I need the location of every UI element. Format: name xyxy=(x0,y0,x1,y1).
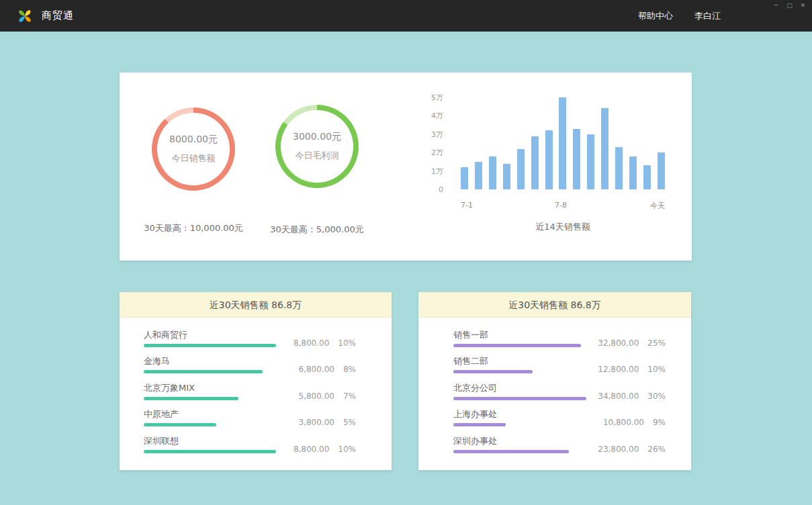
list-item: 上海办事处10,800.009% xyxy=(418,405,691,431)
y-tick-label: 0 xyxy=(439,185,443,194)
bar xyxy=(531,136,539,189)
donut-footer: 30天最高：5,000.00元 xyxy=(236,224,398,236)
bar xyxy=(461,167,468,189)
list-item: 金海马6,800.008% xyxy=(120,352,392,378)
help-center-link[interactable]: 帮助中心 xyxy=(638,10,673,22)
row-figures: 6,800.008% xyxy=(299,365,356,374)
list-item: 北京万象MIX5,800.007% xyxy=(120,379,392,405)
row-progress-bar xyxy=(144,370,263,373)
list-item: 销售一部32,800.0025% xyxy=(418,326,691,352)
titlebar-menu: 帮助中心 李白江 xyxy=(638,10,795,22)
y-tick-label: 2万 xyxy=(431,148,443,158)
row-figures: 34,800.0030% xyxy=(598,392,666,401)
list-item: 北京分公司34,800.0030% xyxy=(418,379,691,405)
panel-rows: 人和商贸行8,800.0010%金海马6,800.008%北京万象MIX5,80… xyxy=(120,318,392,458)
row-progress-bar xyxy=(144,397,238,400)
donut-value: 3000.00元 xyxy=(293,131,341,143)
row-name: 销售二部 xyxy=(453,355,488,367)
y-tick-label: 3万 xyxy=(431,129,443,139)
row-name: 北京分公司 xyxy=(453,382,497,394)
row-progress-bar xyxy=(144,450,276,453)
minimize-button[interactable]: ─ xyxy=(772,1,780,9)
row-figures: 12,800.0010% xyxy=(598,365,666,374)
close-button[interactable]: ✕ xyxy=(799,1,807,9)
row-progress-bar xyxy=(144,423,216,426)
row-progress-bar xyxy=(453,397,586,400)
chart-y-axis: 5万4万3万2万1万0 xyxy=(408,97,443,189)
row-percent: 26% xyxy=(647,445,666,454)
row-percent: 30% xyxy=(647,392,666,401)
row-value: 12,800.00 xyxy=(598,365,639,374)
list-item: 人和商贸行8,800.0010% xyxy=(120,326,392,352)
row-progress-bar xyxy=(453,344,581,347)
row-percent: 10% xyxy=(647,365,666,374)
row-value: 23,800.00 xyxy=(598,445,639,454)
y-tick-label: 1万 xyxy=(431,166,443,176)
donut-center: 3000.00元 今日毛利润 xyxy=(281,110,353,183)
chart-caption: 近14天销售额 xyxy=(461,221,665,233)
row-progress-bar xyxy=(144,344,276,347)
bar xyxy=(573,129,580,189)
row-progress-bar xyxy=(453,370,533,373)
row-value: 10,800.00 xyxy=(603,418,644,427)
row-name: 人和商贸行 xyxy=(144,329,187,341)
row-value: 34,800.00 xyxy=(598,392,639,401)
row-value: 8,800.00 xyxy=(294,445,329,454)
row-percent: 8% xyxy=(343,365,356,374)
donut-value: 8000.00元 xyxy=(169,134,218,146)
row-progress-bar xyxy=(453,423,506,426)
donut-center: 8000.00元 今日销售额 xyxy=(157,113,230,185)
row-name: 深圳办事处 xyxy=(453,435,497,447)
row-figures: 23,800.0026% xyxy=(598,445,666,454)
row-name: 金海马 xyxy=(144,355,170,367)
list-item: 销售二部12,800.0010% xyxy=(418,352,691,378)
list-item: 中原地产3,800.005% xyxy=(120,405,392,431)
row-percent: 25% xyxy=(647,338,666,348)
row-percent: 10% xyxy=(338,445,356,454)
row-percent: 10% xyxy=(338,338,356,348)
donut-label: 今日毛利润 xyxy=(296,150,339,162)
list-item: 深圳办事处23,800.0026% xyxy=(418,432,691,458)
row-name: 销售一部 xyxy=(453,329,488,341)
row-figures: 8,800.0010% xyxy=(294,445,356,454)
row-name: 上海办事处 xyxy=(453,408,497,420)
y-tick-label: 4万 xyxy=(431,111,443,121)
x-axis-label: 今天 xyxy=(650,201,665,211)
x-axis-label: 7-1 xyxy=(461,201,473,210)
bar xyxy=(517,149,525,189)
donut-label: 今日销售额 xyxy=(172,152,216,165)
row-percent: 5% xyxy=(343,418,356,427)
panel-title: 近30天销售额 86.8万 xyxy=(120,292,392,318)
customer-sales-panel: 近30天销售额 86.8万 人和商贸行8,800.0010%金海马6,800.0… xyxy=(120,292,392,470)
bar xyxy=(559,97,566,189)
y-tick-label: 5万 xyxy=(431,93,443,103)
chart-x-axis: 7-1 7-8 今天 xyxy=(461,201,665,210)
row-figures: 8,800.0010% xyxy=(294,338,356,348)
overview-card: 8000.00元 今日销售额 30天最高：10,000.00元 3000.00元… xyxy=(120,73,692,261)
row-value: 5,800.00 xyxy=(299,392,334,401)
panel-rows: 销售一部32,800.0025%销售二部12,800.0010%北京分公司34,… xyxy=(418,318,691,458)
user-menu[interactable]: 李白江 xyxy=(694,10,721,22)
x-axis-label: 7-8 xyxy=(555,201,567,210)
dashboard: 8000.00元 今日销售额 30天最高：10,000.00元 3000.00元… xyxy=(0,32,812,505)
row-percent: 7% xyxy=(343,392,356,401)
bar xyxy=(587,134,594,189)
bar xyxy=(629,156,637,189)
list-item: 深圳联想8,800.0010% xyxy=(120,432,392,458)
row-name: 北京万象MIX xyxy=(144,382,195,394)
row-name: 深圳联想 xyxy=(144,435,179,447)
row-figures: 3,800.005% xyxy=(299,418,356,427)
row-value: 6,800.00 xyxy=(299,365,334,374)
today-profit-donut-chart: 3000.00元 今日毛利润 xyxy=(275,105,359,188)
maximize-button[interactable]: □ xyxy=(786,1,793,9)
department-sales-panel: 近30天销售额 86.8万 销售一部32,800.0025%销售二部12,800… xyxy=(418,292,691,470)
bar xyxy=(643,165,651,189)
row-figures: 32,800.0025% xyxy=(598,338,666,348)
window-controls: ─ □ ✕ xyxy=(772,1,807,9)
row-figures: 10,800.009% xyxy=(603,418,666,427)
title-bar: 商贸通 帮助中心 李白江 ─ □ ✕ xyxy=(0,0,812,32)
bar xyxy=(489,156,496,189)
panel-title: 近30天销售额 86.8万 xyxy=(418,292,691,318)
today-sales-donut-chart: 8000.00元 今日销售额 xyxy=(152,107,235,191)
bar xyxy=(615,147,623,189)
